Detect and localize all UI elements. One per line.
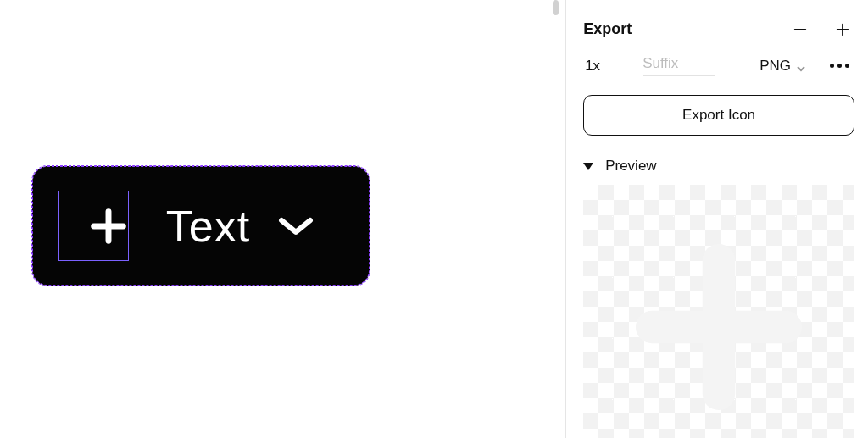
scrollbar-thumb[interactable] <box>553 0 559 15</box>
design-canvas[interactable]: Text <box>0 0 565 438</box>
triangle-down-icon <box>583 163 593 170</box>
export-panel: Export 1x Suffix PNG Export Icon Preview <box>566 0 868 438</box>
export-format-select[interactable]: PNG <box>760 58 806 75</box>
export-scale-select[interactable]: 1x <box>585 58 619 75</box>
export-settings-row: 1x Suffix PNG <box>583 55 858 76</box>
selected-component-frame[interactable]: Text <box>32 166 370 286</box>
export-panel-title: Export <box>583 20 632 38</box>
export-more-options-button[interactable] <box>830 64 849 68</box>
selection-box <box>58 191 129 261</box>
export-suffix-input[interactable]: Suffix <box>643 55 715 76</box>
export-preview-area <box>583 185 854 438</box>
export-button[interactable]: Export Icon <box>583 95 854 136</box>
export-panel-header: Export <box>583 20 858 38</box>
preview-toggle[interactable]: Preview <box>583 158 858 175</box>
component-text-label[interactable]: Text <box>166 201 250 252</box>
add-export-button[interactable] <box>834 21 851 38</box>
plus-icon <box>626 234 812 424</box>
export-format-value: PNG <box>760 58 791 75</box>
chevron-down-icon <box>796 61 806 71</box>
export-button-label: Export Icon <box>682 107 755 124</box>
chevron-down-icon[interactable] <box>272 202 320 250</box>
remove-export-button[interactable] <box>792 21 809 38</box>
preview-label: Preview <box>605 158 656 175</box>
